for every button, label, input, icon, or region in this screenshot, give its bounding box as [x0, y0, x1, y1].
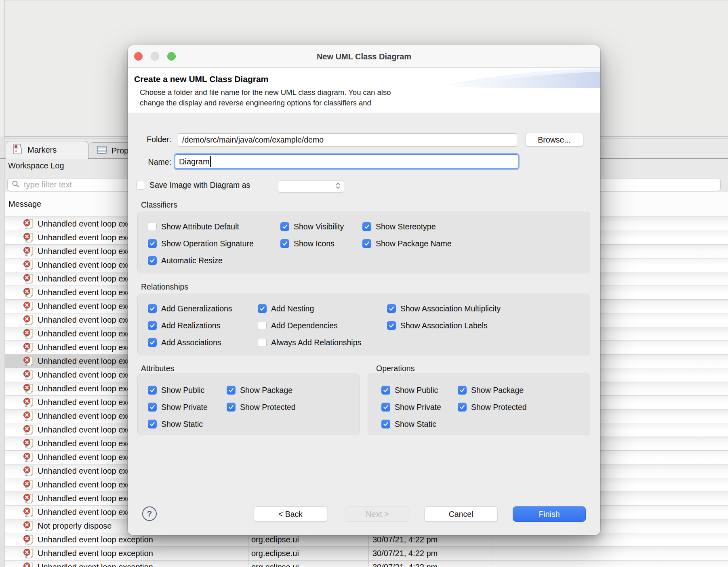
checkbox[interactable]: [148, 304, 157, 313]
checkbox[interactable]: [258, 338, 267, 347]
error-icon: [23, 411, 34, 422]
error-icon: [23, 521, 34, 532]
table-row[interactable]: Unhandled event loop exception org.eclip…: [5, 546, 728, 560]
checkbox-label: Show Association Labels: [400, 321, 488, 330]
checkbox[interactable]: [148, 239, 157, 248]
checkbox[interactable]: [280, 239, 289, 248]
checkbox-item[interactable]: Add Associations: [148, 338, 258, 347]
help-button[interactable]: ?: [142, 506, 157, 521]
checkbox-label: Show Icons: [294, 239, 335, 248]
checkbox[interactable]: [227, 386, 236, 395]
row-date: 30/07/21, 4:22 pm: [369, 547, 492, 560]
save-image-checkbox[interactable]: [136, 181, 145, 190]
checkbox[interactable]: [458, 386, 467, 395]
checkbox[interactable]: [148, 386, 157, 395]
checkbox-item[interactable]: Show Protected: [458, 403, 590, 412]
checkbox[interactable]: [280, 222, 289, 231]
checkbox-item[interactable]: Show Static: [381, 420, 458, 429]
checkbox-item[interactable]: Always Add Relationships: [258, 338, 387, 347]
checkbox[interactable]: [258, 304, 267, 313]
error-icon: [23, 534, 34, 546]
folder-label: Folder:: [128, 135, 171, 144]
error-icon: [23, 356, 34, 367]
error-icon: [23, 397, 34, 408]
screen: Markers Properties Workspace Log Message: [0, 0, 728, 567]
save-image-checkbox-item[interactable]: Save Image with Diagram as: [136, 181, 250, 190]
save-image-label: Save Image with Diagram as: [149, 181, 250, 190]
name-input[interactable]: Diagram: [174, 153, 520, 170]
section-title-attributes: Attributes: [141, 364, 174, 373]
error-icon: [23, 315, 34, 326]
tab-markers[interactable]: Markers: [6, 141, 88, 159]
checkbox-item[interactable]: Show Private: [148, 403, 227, 412]
checkbox-item[interactable]: Show Protected: [227, 403, 359, 412]
finish-button[interactable]: Finish: [513, 506, 586, 522]
folder-input[interactable]: [178, 133, 517, 147]
checkbox-item[interactable]: Add Dependencies: [258, 321, 387, 330]
checkbox-item[interactable]: Show Package: [227, 386, 359, 395]
checkbox-label: Add Realizations: [161, 321, 220, 330]
error-icon: [23, 287, 34, 298]
error-icon: [23, 370, 34, 381]
checkbox-label: Show Protected: [471, 403, 527, 412]
name-value: Diagram: [179, 157, 210, 166]
checkbox[interactable]: [381, 420, 390, 428]
checkbox[interactable]: [381, 386, 390, 395]
checkbox-item[interactable]: Show Visibility: [280, 222, 362, 231]
error-icon: [23, 466, 34, 477]
checkbox-item[interactable]: Show Public: [381, 386, 458, 395]
checkbox-label: Show Private: [161, 403, 208, 412]
checkbox[interactable]: [381, 403, 390, 412]
checkbox-item[interactable]: Add Nesting: [258, 304, 387, 313]
checkbox-item[interactable]: Show Association Multiplicity: [387, 304, 590, 313]
checkbox[interactable]: [148, 256, 157, 265]
checkbox[interactable]: [148, 222, 157, 231]
error-icon: [23, 479, 34, 491]
checkbox-item[interactable]: Automatic Resize: [148, 256, 280, 265]
checkbox[interactable]: [458, 403, 467, 412]
checkbox-label: Show Attribute Default: [161, 222, 239, 231]
checkbox-item[interactable]: Show Package Name: [362, 239, 590, 248]
checkbox[interactable]: [148, 338, 157, 347]
checkbox-item[interactable]: Show Private: [381, 403, 458, 412]
image-format-dropdown[interactable]: [278, 181, 344, 193]
row-message: Unhandled event loop exception: [38, 535, 153, 544]
checkbox-item[interactable]: Add Realizations: [148, 321, 258, 330]
checkbox[interactable]: [387, 304, 396, 313]
row-message: Unhandled event loop exception: [38, 563, 153, 567]
checkbox-item[interactable]: Add Generalizations: [148, 304, 258, 313]
checkbox[interactable]: [148, 403, 157, 412]
section-title-classifiers: Classifiers: [141, 200, 177, 210]
checkbox-item[interactable]: Show Stereotype: [362, 222, 590, 231]
checkbox[interactable]: [148, 420, 157, 428]
panel-left-border: [4, 136, 4, 567]
checkbox[interactable]: [362, 239, 371, 248]
dialog-description-line1: Choose a folder and file name for the ne…: [140, 88, 391, 97]
checkbox-item[interactable]: Show Package: [458, 386, 590, 395]
next-button[interactable]: Next >: [345, 506, 410, 522]
checkbox-label: Show Stereotype: [376, 222, 436, 231]
checkbox[interactable]: [227, 403, 236, 412]
error-icon: [23, 383, 34, 395]
dialog-heading: Create a new UML Class Diagram: [134, 74, 268, 84]
checkbox[interactable]: [362, 222, 371, 231]
browse-button[interactable]: Browse...: [525, 133, 583, 147]
back-button[interactable]: < Back: [254, 506, 327, 522]
checkbox-item[interactable]: Show Icons: [280, 239, 362, 248]
checkbox-item[interactable]: Show Public: [148, 386, 227, 395]
checkbox-item[interactable]: Show Association Labels: [387, 321, 590, 330]
table-row[interactable]: Unhandled event loop exception org.eclip…: [5, 560, 728, 567]
checkbox[interactable]: [387, 321, 396, 330]
checkbox[interactable]: [258, 321, 267, 330]
checkbox-item[interactable]: Show Static: [148, 420, 227, 429]
checkbox[interactable]: [148, 321, 157, 330]
checkbox-label: Add Dependencies: [271, 321, 338, 330]
error-icon: [23, 493, 34, 504]
checkbox-item[interactable]: Show Attribute Default: [148, 222, 280, 231]
text-caret: [210, 156, 211, 167]
error-icon: [23, 260, 34, 271]
checkbox-label: Add Associations: [161, 338, 221, 347]
cancel-button[interactable]: Cancel: [424, 506, 498, 522]
error-icon: [23, 301, 34, 312]
checkbox-item[interactable]: Show Operation Signature: [148, 239, 280, 248]
